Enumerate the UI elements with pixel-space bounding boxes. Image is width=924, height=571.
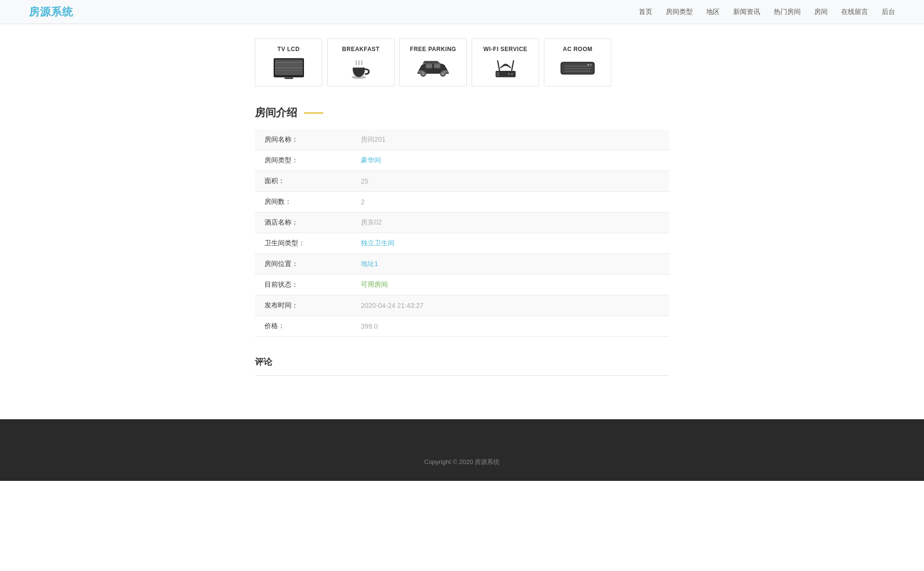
section-title-line	[304, 112, 323, 114]
svg-rect-14	[418, 70, 423, 73]
amenity-card: WI-FI SERVICE	[472, 39, 539, 86]
table-row: 价格：399.0	[255, 316, 669, 337]
field-value: 可用房间	[351, 275, 669, 295]
field-value: 独立卫生间	[351, 233, 669, 254]
amenity-label: TV LCD	[265, 46, 312, 53]
amenity-label: WI-FI SERVICE	[482, 46, 529, 53]
field-label: 房间类型：	[255, 150, 351, 171]
table-row: 房间类型：豪华间	[255, 150, 669, 171]
amenity-icon-coffee	[337, 57, 384, 79]
svg-rect-6	[284, 77, 293, 79]
table-row: 面积：25	[255, 171, 669, 192]
field-value: 房东02	[351, 212, 669, 233]
nav-link[interactable]: 房间	[814, 8, 828, 15]
field-label: 房间位置：	[255, 254, 351, 275]
table-row: 房间数：2	[255, 192, 669, 212]
table-row: 房间名称：房间201	[255, 130, 669, 150]
main-content: TV LCD BREAKFAST FREE PARKING	[245, 24, 679, 390]
field-value: 25	[351, 171, 669, 192]
field-value: 2020-04-24 21:43:27	[351, 295, 669, 316]
field-label: 面积：	[255, 171, 351, 192]
svg-line-20	[497, 60, 499, 71]
table-row: 发布时间：2020-04-24 21:43:27	[255, 295, 669, 316]
comment-divider	[255, 375, 669, 376]
amenity-icon-tv	[265, 57, 312, 79]
field-label: 发布时间：	[255, 295, 351, 316]
amenity-icon-car	[409, 57, 457, 79]
amenity-card: FREE PARKING	[399, 39, 467, 86]
nav-menu: 首页房间类型地区新闻资讯热门房间房间在线留言后台	[639, 8, 895, 16]
nav-link[interactable]: 首页	[639, 8, 652, 15]
amenity-icon-wifi	[482, 57, 529, 79]
field-label: 卫生间类型：	[255, 233, 351, 254]
section-title: 房间介绍	[255, 106, 669, 120]
navbar: 房源系统 首页房间类型地区新闻资讯热门房间房间在线留言后台	[0, 0, 924, 24]
field-label: 目前状态：	[255, 275, 351, 295]
svg-rect-12	[426, 64, 432, 68]
field-value: 地址1	[351, 254, 669, 275]
section-title-text: 房间介绍	[255, 106, 297, 120]
field-value: 2	[351, 192, 669, 212]
field-label: 价格：	[255, 316, 351, 337]
comment-title: 评论	[255, 356, 669, 368]
field-value: 房间201	[351, 130, 669, 150]
table-row: 房间位置：地址1	[255, 254, 669, 275]
amenity-card: AC ROOM	[544, 39, 611, 86]
nav-link[interactable]: 在线留言	[841, 8, 868, 15]
amenity-card: TV LCD	[255, 39, 322, 86]
table-row: 卫生间类型：独立卫生间	[255, 233, 669, 254]
svg-point-22	[504, 64, 506, 65]
amenity-card: BREAKFAST	[327, 39, 395, 86]
field-value: 豪华间	[351, 150, 669, 171]
amenity-label: BREAKFAST	[337, 46, 384, 53]
table-row: 目前状态：可用房间	[255, 275, 669, 295]
svg-rect-17	[497, 72, 499, 76]
comment-section: 评论	[255, 356, 669, 376]
amenity-label: AC ROOM	[554, 46, 601, 53]
nav-link[interactable]: 后台	[882, 8, 895, 15]
amenity-row: TV LCD BREAKFAST FREE PARKING	[255, 39, 669, 86]
nav-link[interactable]: 新闻资讯	[733, 8, 760, 15]
table-row: 酒店名称：房东02	[255, 212, 669, 233]
nav-link[interactable]: 地区	[706, 8, 720, 15]
footer-copyright: Copyright © 2020 房源系统	[10, 448, 914, 466]
svg-rect-13	[434, 64, 440, 68]
svg-point-19	[508, 73, 509, 75]
svg-line-21	[512, 60, 514, 71]
svg-point-18	[511, 73, 513, 75]
brand[interactable]: 房源系统	[29, 5, 73, 19]
amenity-icon-ac	[554, 57, 601, 79]
svg-point-29	[590, 64, 592, 66]
amenity-label: FREE PARKING	[409, 46, 457, 53]
field-label: 酒店名称：	[255, 212, 351, 233]
nav-link[interactable]: 房间类型	[666, 8, 693, 15]
svg-rect-1	[275, 60, 303, 75]
nav-link[interactable]: 热门房间	[774, 8, 801, 15]
footer: Copyright © 2020 房源系统	[0, 419, 924, 481]
room-details-table: 房间名称：房间201房间类型：豪华间面积：25房间数：2酒店名称：房东02卫生间…	[255, 130, 669, 337]
svg-rect-15	[443, 70, 448, 73]
field-label: 房间名称：	[255, 130, 351, 150]
svg-point-28	[587, 64, 589, 66]
field-value: 399.0	[351, 316, 669, 337]
field-label: 房间数：	[255, 192, 351, 212]
